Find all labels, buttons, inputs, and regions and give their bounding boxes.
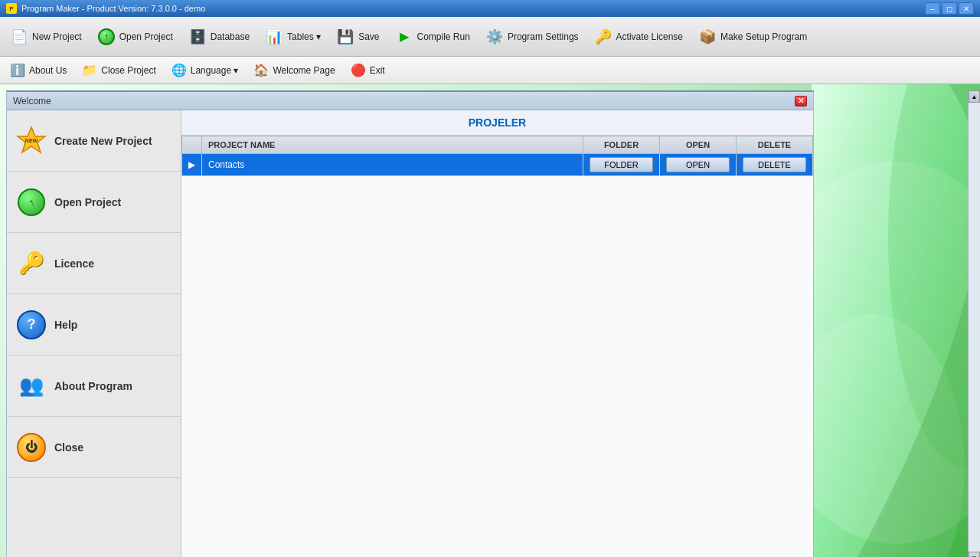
sidebar-item-close[interactable]: ⏻ Close [7, 417, 181, 478]
maximize-button[interactable]: ◻ [942, 2, 957, 15]
new-project-icon: 📄 [10, 28, 28, 46]
open-project-label: Open Project [119, 31, 173, 42]
window-title: Program Maker - Product Version: 7.3.0.0… [21, 4, 925, 13]
sidebar-item-create-new-label: Create New Project [54, 135, 152, 147]
header-delete: DELETE [737, 136, 813, 154]
scroll-up-button[interactable]: ▲ [969, 90, 980, 103]
folder-cell[interactable]: FOLDER [583, 154, 660, 176]
header-project-name: PROJECT NAME [202, 136, 583, 154]
header-folder: FOLDER [583, 136, 660, 154]
right-scrollbar[interactable]: ▲ ▼ [968, 90, 980, 557]
sidebar-item-licence[interactable]: 🔑 Licence [7, 233, 181, 294]
sidebar-item-open-project-label: Open Project [54, 196, 121, 208]
new-project-button[interactable]: 📄 New Project [3, 21, 89, 53]
about-us-label: About Us [29, 65, 67, 76]
activate-license-label: Activate License [616, 31, 683, 42]
main-toolbar: 📄 New Project ↑ Open Project 🗄️ Database… [0, 17, 980, 57]
activate-license-button[interactable]: 🔑 Activate License [587, 21, 690, 53]
activate-license-icon: 🔑 [594, 28, 612, 46]
title-bar: P Program Maker - Product Version: 7.3.0… [0, 0, 980, 17]
language-label: Language ▾ [191, 65, 239, 76]
close-project-button[interactable]: 📁 Close Project [75, 60, 162, 81]
make-setup-label: Make Setup Program [720, 31, 807, 42]
program-settings-icon: ⚙️ [485, 28, 504, 46]
create-new-icon: NEW [16, 126, 47, 156]
language-icon: 🌐 [172, 63, 187, 77]
close-project-label: Close Project [101, 65, 155, 76]
svg-text:NEW: NEW [25, 138, 38, 143]
compile-run-label: Compile Run [417, 31, 470, 42]
save-icon: 💾 [336, 28, 354, 46]
delete-button[interactable]: DELETE [743, 157, 806, 172]
projects-table: PROJECT NAME FOLDER OPEN DELETE ▶ Contac… [181, 136, 813, 176]
open-project-button[interactable]: ↑ Open Project [90, 21, 180, 53]
licence-icon: 🔑 [16, 248, 47, 279]
program-settings-button[interactable]: ⚙️ Program Settings [479, 21, 586, 53]
open-button[interactable]: OPEN [666, 157, 730, 172]
sidebar-item-about-program[interactable]: 👥 About Program [7, 355, 181, 417]
open-project-icon: ↑ [97, 28, 116, 46]
database-button[interactable]: 🗄️ Database [181, 21, 256, 53]
window-close-button[interactable]: ✕ [959, 2, 974, 15]
database-icon: 🗄️ [188, 28, 207, 46]
open-cell[interactable]: OPEN [660, 154, 737, 176]
projects-table-body: ▶ Contacts FOLDER OPEN DELETE [182, 154, 813, 176]
tables-button[interactable]: 📊 Tables ▾ [258, 21, 328, 53]
panel-title: Welcome [13, 96, 51, 106]
language-button[interactable]: 🌐 Language ▾ [165, 60, 246, 81]
welcome-panel: Welcome ✕ NEW Crea [6, 90, 814, 557]
projects-panel: PROJELER PROJECT NAME FOLDER OPEN DELETE [181, 110, 813, 557]
save-label: Save [358, 31, 379, 42]
window-controls: – ◻ ✕ [925, 2, 974, 15]
minimize-button[interactable]: – [925, 2, 940, 15]
exit-icon: 🔴 [351, 63, 366, 77]
panel-header: Welcome ✕ [7, 92, 813, 110]
close-project-icon: 📁 [82, 63, 97, 77]
sidebar-item-about-program-label: About Program [54, 380, 132, 392]
close-icon: ⏻ [16, 432, 47, 463]
main-area: Welcome ✕ NEW Crea [0, 84, 980, 557]
welcome-page-button[interactable]: 🏠 Welcome Page [247, 60, 341, 81]
table-row[interactable]: ▶ Contacts FOLDER OPEN DELETE [182, 154, 813, 176]
delete-cell[interactable]: DELETE [737, 154, 813, 176]
secondary-toolbar: ℹ️ About Us 📁 Close Project 🌐 Language ▾… [0, 57, 980, 84]
program-settings-label: Program Settings [508, 31, 579, 42]
scroll-down-button[interactable]: ▼ [969, 552, 980, 557]
header-open: OPEN [660, 136, 737, 154]
sidebar-item-licence-label: Licence [54, 257, 94, 270]
save-button[interactable]: 💾 Save [329, 21, 386, 53]
about-us-icon: ℹ️ [10, 63, 25, 77]
make-setup-button[interactable]: 📦 Make Setup Program [691, 21, 814, 53]
make-setup-icon: 📦 [698, 28, 717, 46]
exit-button[interactable]: 🔴 Exit [344, 60, 392, 81]
help-icon: ? [16, 310, 47, 340]
about-program-icon: 👥 [16, 371, 47, 401]
sidebar-item-open-project[interactable]: ↑ Open Project [7, 172, 181, 233]
panel-close-button[interactable]: ✕ [795, 96, 807, 106]
open-project-icon: ↑ [16, 187, 47, 218]
compile-icon: ▶ [395, 28, 413, 46]
leaf-decoration [812, 84, 980, 557]
projeler-header: PROJELER [181, 110, 813, 136]
folder-button[interactable]: FOLDER [590, 157, 653, 172]
tables-icon: 📊 [265, 28, 283, 46]
welcome-page-label: Welcome Page [273, 65, 335, 76]
welcome-page-icon: 🏠 [253, 63, 269, 77]
header-arrow [182, 136, 202, 154]
exit-label: Exit [370, 65, 385, 76]
sidebar-item-create-new[interactable]: NEW Create New Project [7, 110, 181, 172]
sidebar-item-help[interactable]: ? Help [7, 294, 181, 355]
sidebar: NEW Create New Project ↑ Open Project [7, 110, 181, 557]
tables-label: Tables ▾ [287, 31, 321, 42]
new-project-label: New Project [32, 31, 82, 42]
panel-content: NEW Create New Project ↑ Open Project [7, 110, 813, 557]
app-icon: P [6, 3, 17, 14]
compile-run-button[interactable]: ▶ Compile Run [388, 21, 477, 53]
project-name-cell: Contacts [202, 154, 583, 176]
table-header-row: PROJECT NAME FOLDER OPEN DELETE [182, 136, 813, 154]
row-arrow: ▶ [182, 154, 202, 176]
sidebar-item-help-label: Help [54, 319, 77, 331]
database-label: Database [211, 31, 250, 42]
sidebar-item-close-label: Close [54, 441, 83, 454]
about-us-button[interactable]: ℹ️ About Us [3, 60, 74, 81]
